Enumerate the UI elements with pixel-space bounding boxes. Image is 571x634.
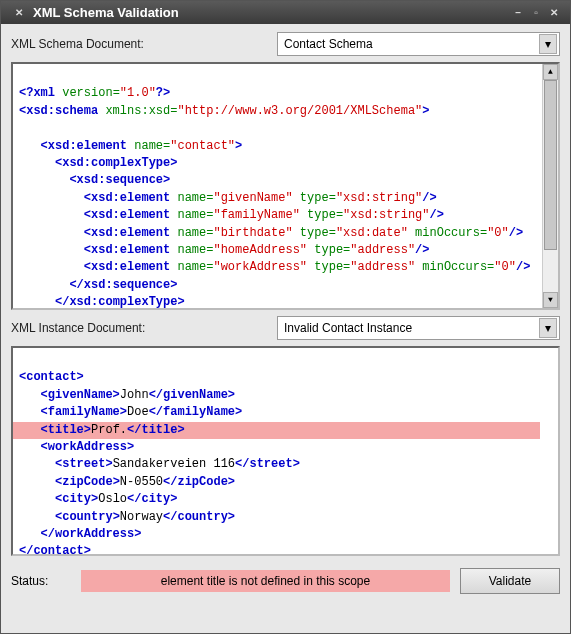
- scroll-up-icon[interactable]: ▲: [543, 64, 558, 80]
- schema-document-label: XML Schema Document:: [11, 37, 271, 51]
- instance-dropdown-value: Invalid Contact Instance: [284, 321, 412, 335]
- scroll-track[interactable]: [543, 80, 558, 292]
- xml-decl: <?xml: [19, 86, 55, 100]
- instance-code[interactable]: <contact> <givenName>John</givenName> <f…: [13, 348, 540, 554]
- scroll-thumb[interactable]: [544, 80, 557, 250]
- chevron-down-icon: ▾: [539, 318, 557, 338]
- status-message: element title is not defined in this sco…: [81, 570, 450, 592]
- footer: Status: element title is not defined in …: [11, 562, 560, 598]
- error-highlight: <title>Prof.</title>: [13, 422, 540, 439]
- status-label: Status:: [11, 574, 71, 588]
- close-icon[interactable]: ✕: [546, 6, 562, 20]
- maximize-icon[interactable]: ▫: [528, 6, 544, 20]
- window: ✕ XML Schema Validation – ▫ ✕ XML Schema…: [0, 0, 571, 634]
- chevron-down-icon: ▾: [539, 34, 557, 54]
- schema-dropdown[interactable]: Contact Schema ▾: [277, 32, 560, 56]
- titlebar: ✕ XML Schema Validation – ▫ ✕: [1, 1, 570, 24]
- minimize-icon[interactable]: –: [510, 6, 526, 20]
- content-area: XML Schema Document: Contact Schema ▾ <?…: [1, 24, 570, 633]
- instance-dropdown[interactable]: Invalid Contact Instance ▾: [277, 316, 560, 340]
- instance-document-label: XML Instance Document:: [11, 321, 271, 335]
- validate-button[interactable]: Validate: [460, 568, 560, 594]
- scroll-down-icon[interactable]: ▼: [543, 292, 558, 308]
- window-close-icon[interactable]: ✕: [11, 6, 27, 20]
- schema-selector-row: XML Schema Document: Contact Schema ▾: [11, 32, 560, 56]
- schema-dropdown-value: Contact Schema: [284, 37, 373, 51]
- instance-code-box: <contact> <givenName>John</givenName> <f…: [11, 346, 560, 556]
- schema-code[interactable]: <?xml version="1.0"?> <xsd:schema xmlns:…: [13, 64, 540, 308]
- instance-selector-row: XML Instance Document: Invalid Contact I…: [11, 316, 560, 340]
- schema-code-box: <?xml version="1.0"?> <xsd:schema xmlns:…: [11, 62, 560, 310]
- scrollbar[interactable]: ▲ ▼: [542, 64, 558, 308]
- window-title: XML Schema Validation: [33, 5, 179, 20]
